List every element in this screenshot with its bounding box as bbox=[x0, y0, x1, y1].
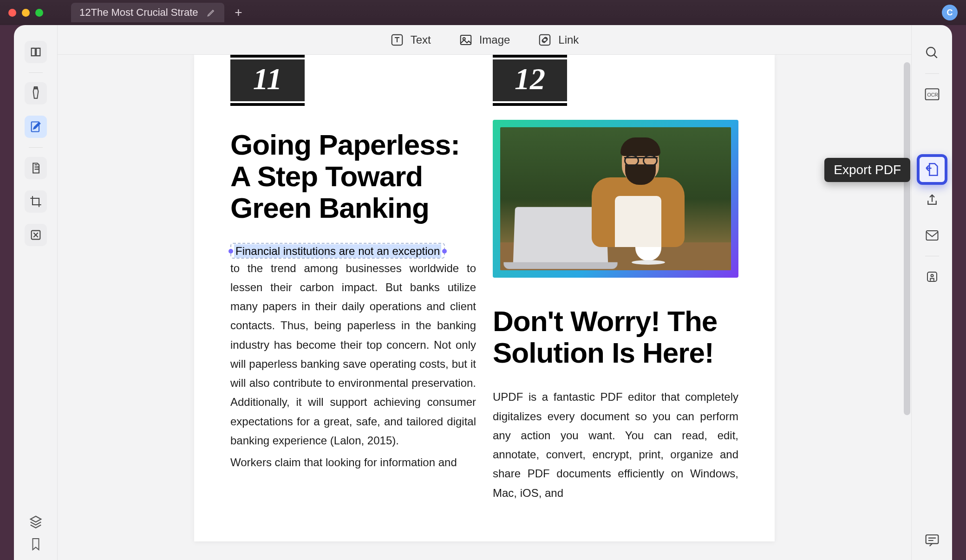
selected-text: Financial institutions are not an except… bbox=[234, 244, 441, 258]
search-button[interactable] bbox=[922, 43, 942, 63]
svg-point-13 bbox=[931, 274, 933, 277]
right-sidebar: OCR Export PDF bbox=[911, 25, 952, 560]
stamp-icon bbox=[29, 228, 43, 242]
article-heading-right[interactable]: Don't Worry! The Solution Is Here! bbox=[493, 306, 738, 369]
export-pdf-icon bbox=[924, 162, 940, 177]
email-button[interactable] bbox=[922, 225, 942, 246]
svg-rect-0 bbox=[34, 87, 37, 89]
svg-point-7 bbox=[927, 47, 935, 56]
edit-pdf-button[interactable] bbox=[25, 116, 47, 138]
ocr-button[interactable]: OCR bbox=[922, 84, 942, 104]
export-pdf-button[interactable] bbox=[917, 154, 947, 185]
add-image-button[interactable]: Image bbox=[459, 33, 510, 47]
scrollbar-thumb[interactable] bbox=[904, 62, 910, 415]
close-window-button[interactable] bbox=[8, 9, 16, 17]
image-label: Image bbox=[479, 33, 510, 46]
ocr-icon: OCR bbox=[924, 87, 940, 101]
avatar-initial: C bbox=[947, 8, 953, 18]
pages-icon bbox=[29, 161, 43, 175]
redact-button[interactable] bbox=[25, 224, 47, 246]
search-icon bbox=[925, 46, 940, 60]
highlighter-button[interactable] bbox=[25, 82, 47, 104]
svg-rect-4 bbox=[460, 35, 471, 45]
article-paragraph-left-2[interactable]: Workers claim that looking for informati… bbox=[230, 453, 476, 472]
svg-rect-6 bbox=[540, 34, 550, 45]
bookmark-icon bbox=[30, 537, 42, 552]
svg-rect-11 bbox=[926, 231, 938, 240]
email-icon bbox=[925, 229, 939, 241]
edit-toolbar: Text Image Link bbox=[58, 25, 911, 55]
highlighter-icon bbox=[29, 86, 43, 100]
text-icon bbox=[390, 33, 404, 47]
document-tab-title: 12The Most Crucial Strate bbox=[79, 7, 198, 19]
comment-icon bbox=[925, 534, 940, 547]
layers-button[interactable] bbox=[29, 514, 43, 528]
crop-button[interactable] bbox=[25, 190, 47, 213]
crop-icon bbox=[29, 195, 43, 208]
share-button[interactable] bbox=[922, 190, 942, 210]
book-icon bbox=[29, 45, 43, 59]
minimize-window-button[interactable] bbox=[22, 9, 30, 17]
add-link-button[interactable]: Link bbox=[538, 33, 579, 47]
svg-text:OCR: OCR bbox=[927, 92, 938, 98]
window-controls bbox=[8, 9, 43, 17]
text-label: Text bbox=[411, 33, 431, 46]
comments-button[interactable] bbox=[922, 530, 942, 551]
save-icon bbox=[925, 270, 939, 284]
export-pdf-tooltip: Export PDF bbox=[824, 158, 910, 182]
save-button[interactable] bbox=[922, 267, 942, 287]
organize-pages-button[interactable] bbox=[25, 157, 47, 179]
article-paragraph-left[interactable]: to the trend among businesses worldwide … bbox=[230, 259, 476, 450]
link-label: Link bbox=[558, 33, 579, 46]
svg-rect-14 bbox=[926, 535, 938, 544]
layers-icon bbox=[29, 514, 43, 528]
share-icon bbox=[925, 193, 939, 207]
selected-text-block[interactable]: Financial institutions are not an except… bbox=[230, 224, 476, 259]
image-icon bbox=[459, 33, 473, 47]
edit-tab-icon[interactable] bbox=[207, 8, 216, 17]
document-viewport[interactable]: 11 Going Paperless: A Step Toward Green … bbox=[58, 55, 911, 560]
add-text-button[interactable]: Text bbox=[390, 33, 431, 47]
reader-mode-button[interactable] bbox=[25, 41, 47, 63]
window-titlebar: 12The Most Crucial Strate + C bbox=[0, 0, 966, 25]
section-number-badge: 12 bbox=[493, 55, 567, 106]
photo-placeholder-icon bbox=[500, 127, 731, 270]
article-heading-left[interactable]: Going Paperless: A Step Toward Green Ban… bbox=[230, 129, 476, 224]
bookmark-button[interactable] bbox=[30, 537, 42, 552]
maximize-window-button[interactable] bbox=[35, 9, 43, 17]
left-sidebar bbox=[14, 25, 58, 560]
section-number-badge: 11 bbox=[230, 55, 305, 106]
user-avatar[interactable]: C bbox=[942, 5, 958, 20]
new-tab-button[interactable]: + bbox=[229, 3, 248, 22]
article-paragraph-right[interactable]: UPDF is a fantastic PDF editor that comp… bbox=[493, 387, 738, 502]
vertical-scrollbar[interactable] bbox=[903, 62, 911, 443]
document-page: 11 Going Paperless: A Step Toward Green … bbox=[194, 55, 775, 541]
edit-pencil-icon bbox=[29, 120, 43, 134]
section-number: 11 bbox=[230, 59, 305, 101]
section-number: 12 bbox=[493, 59, 567, 101]
link-icon bbox=[538, 33, 552, 47]
article-photo[interactable] bbox=[493, 120, 738, 278]
document-tab[interactable]: 12The Most Crucial Strate bbox=[71, 3, 224, 22]
